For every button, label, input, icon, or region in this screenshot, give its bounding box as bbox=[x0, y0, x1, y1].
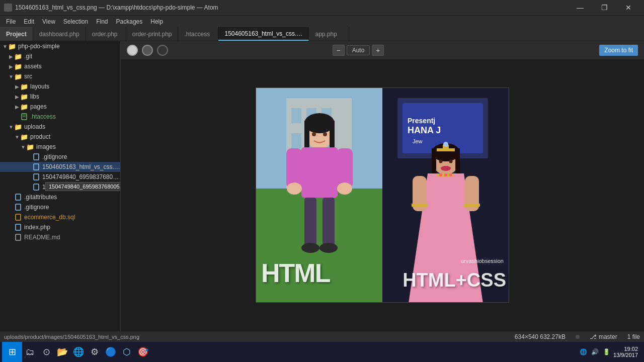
tree-html-vs-css-file[interactable]: 1504605163_html_vs_css.png bbox=[0, 162, 120, 172]
tree-readme[interactable]: README.md bbox=[0, 232, 120, 242]
svg-point-29 bbox=[337, 183, 352, 195]
task-settings[interactable]: ⚙ bbox=[87, 344, 103, 360]
svg-point-55 bbox=[439, 173, 442, 176]
svg-rect-44 bbox=[432, 148, 436, 173]
menu-file[interactable]: File bbox=[2, 17, 20, 26]
tray-battery[interactable]: 🔋 bbox=[602, 347, 611, 356]
task-atom[interactable]: ⬡ bbox=[119, 344, 135, 360]
tree-ecommerce-db[interactable]: ecommerce_db.sql bbox=[0, 212, 120, 222]
tree-gitignore-root[interactable]: .gitignore bbox=[0, 202, 120, 212]
task-edge[interactable]: ⊙ bbox=[38, 344, 54, 360]
menu-edit[interactable]: Edit bbox=[20, 17, 38, 26]
tab-project[interactable]: Project bbox=[0, 27, 33, 41]
tree-images[interactable]: ▼ 📁 images bbox=[0, 142, 120, 152]
svg-rect-60 bbox=[412, 204, 428, 207]
tab-dashboard[interactable]: dashboard.php bbox=[33, 27, 86, 41]
task-browser[interactable]: 🌐 bbox=[70, 344, 87, 360]
tree-git[interactable]: ▶ 📁 .git bbox=[0, 51, 120, 61]
start-button[interactable]: ⊞ bbox=[2, 342, 22, 362]
image-left: HTML bbox=[256, 88, 382, 303]
task-app2[interactable]: 🎯 bbox=[135, 344, 151, 360]
svg-text:Presentj: Presentj bbox=[408, 117, 435, 125]
svg-rect-8 bbox=[16, 204, 21, 210]
svg-rect-5 bbox=[34, 174, 39, 180]
image-container: HTML Presentj HANA J J bbox=[256, 87, 509, 303]
taskbar-tray: 🌐 🔊 🔋 bbox=[579, 347, 611, 356]
svg-rect-61 bbox=[464, 204, 480, 207]
tree-layouts[interactable]: ▶ 📁 layouts bbox=[0, 81, 120, 92]
task-explorer[interactable]: 🗂 bbox=[22, 344, 38, 360]
svg-rect-15 bbox=[291, 108, 301, 123]
task-folder[interactable]: 📂 bbox=[54, 344, 70, 360]
minimize-button[interactable]: — bbox=[569, 0, 592, 15]
tab-app[interactable]: app.php bbox=[309, 27, 349, 41]
tree-libs[interactable]: ▶ 📁 libs bbox=[0, 92, 120, 102]
svg-point-50 bbox=[449, 160, 453, 163]
svg-point-28 bbox=[287, 183, 302, 195]
image-area: HTML Presentj HANA J J bbox=[121, 59, 644, 331]
folder-icon: 📁 bbox=[8, 42, 16, 50]
folder-icon: 📁 bbox=[20, 103, 28, 111]
file-icon bbox=[20, 113, 28, 121]
tab-order-print[interactable]: order-print.php bbox=[126, 27, 179, 41]
svg-rect-6 bbox=[34, 184, 39, 190]
file-icon bbox=[14, 203, 22, 211]
arrow-icon: ▶ bbox=[14, 84, 20, 89]
statusbar: uploads/product/images/1504605163_html_v… bbox=[0, 331, 644, 342]
zoom-in-button[interactable]: + bbox=[372, 45, 384, 56]
tree-htaccess-src[interactable]: .htaccess bbox=[0, 112, 120, 122]
svg-text:Jew: Jew bbox=[413, 138, 423, 144]
menu-help[interactable]: Help bbox=[146, 17, 167, 26]
image-right: Presentj HANA J Jew bbox=[382, 88, 509, 303]
arrow-icon: ▼ bbox=[8, 124, 14, 130]
menu-find[interactable]: Find bbox=[92, 17, 112, 26]
menu-view[interactable]: View bbox=[38, 17, 59, 26]
circle-btn-gray[interactable] bbox=[142, 45, 153, 56]
arrow-icon: ▶ bbox=[14, 94, 20, 100]
zoom-to-fit-button[interactable]: Zoom to fit bbox=[599, 45, 638, 56]
taskbar-date-value: 13/9/2017 bbox=[613, 352, 638, 358]
tree-src[interactable]: ▼ 📁 src bbox=[0, 71, 120, 81]
tree-assets[interactable]: ▶ 📁 assets bbox=[0, 61, 120, 71]
tree-large-file[interactable]: 1504749840_695983768050-800×8... 1504749… bbox=[0, 172, 120, 182]
tree-index-php[interactable]: index.php bbox=[0, 222, 120, 232]
tree-gitattributes[interactable]: .gitattributes bbox=[0, 192, 120, 202]
folder-icon: 📁 bbox=[20, 93, 28, 101]
circle-btn-white[interactable] bbox=[127, 45, 138, 56]
svg-rect-30 bbox=[304, 198, 316, 248]
menubar: File Edit View Selection Find Packages H… bbox=[0, 15, 644, 27]
file-icon bbox=[32, 183, 40, 191]
tree-uploads[interactable]: ▼ 📁 uploads bbox=[0, 122, 120, 132]
svg-rect-10 bbox=[16, 224, 21, 230]
tree-gitignore-img[interactable]: .gitignore bbox=[0, 152, 120, 162]
folder-icon: 📁 bbox=[26, 143, 34, 151]
close-button[interactable]: ✕ bbox=[617, 0, 640, 15]
tab-htaccess[interactable]: .htaccess bbox=[178, 27, 218, 41]
content-area: − Auto + Zoom to fit bbox=[121, 41, 644, 331]
task-app1[interactable]: 🔵 bbox=[103, 344, 119, 360]
tree-root[interactable]: ▼ 📁 php-pdo-simple bbox=[0, 41, 120, 51]
tab-order[interactable]: order.php bbox=[86, 27, 126, 41]
arrow-icon: ▼ bbox=[14, 134, 20, 140]
svg-text:HANA J: HANA J bbox=[408, 125, 441, 135]
tab-html-vs-css[interactable]: 1504605163_html_vs_css.png bbox=[218, 27, 309, 41]
atom-icon bbox=[4, 4, 12, 12]
menu-packages[interactable]: Packages bbox=[112, 17, 147, 26]
tree-pages[interactable]: ▶ 📁 pages bbox=[0, 102, 120, 112]
svg-point-51 bbox=[441, 166, 451, 171]
tray-network[interactable]: 🌐 bbox=[579, 347, 588, 356]
circle-btn-dark[interactable] bbox=[157, 45, 168, 56]
tree-product[interactable]: ▼ 📁 product bbox=[0, 132, 120, 142]
arrow-icon: ▼ bbox=[20, 144, 26, 150]
maximize-button[interactable]: ❐ bbox=[593, 0, 616, 15]
file-icon bbox=[14, 233, 22, 241]
status-dot bbox=[576, 335, 580, 339]
zoom-out-button[interactable]: − bbox=[333, 45, 345, 56]
menu-selection[interactable]: Selection bbox=[59, 17, 92, 26]
status-dimensions: 634×540 632.27kB bbox=[515, 333, 566, 340]
svg-rect-9 bbox=[16, 214, 21, 220]
svg-point-34 bbox=[312, 132, 316, 136]
tree-small-file[interactable]: 1504…231_1006352.jpg bbox=[0, 182, 120, 192]
sidebar: ▼ 📁 php-pdo-simple ▶ 📁 .git ▶ 📁 assets ▼… bbox=[0, 41, 121, 331]
tray-volume[interactable]: 🔊 bbox=[590, 347, 600, 356]
